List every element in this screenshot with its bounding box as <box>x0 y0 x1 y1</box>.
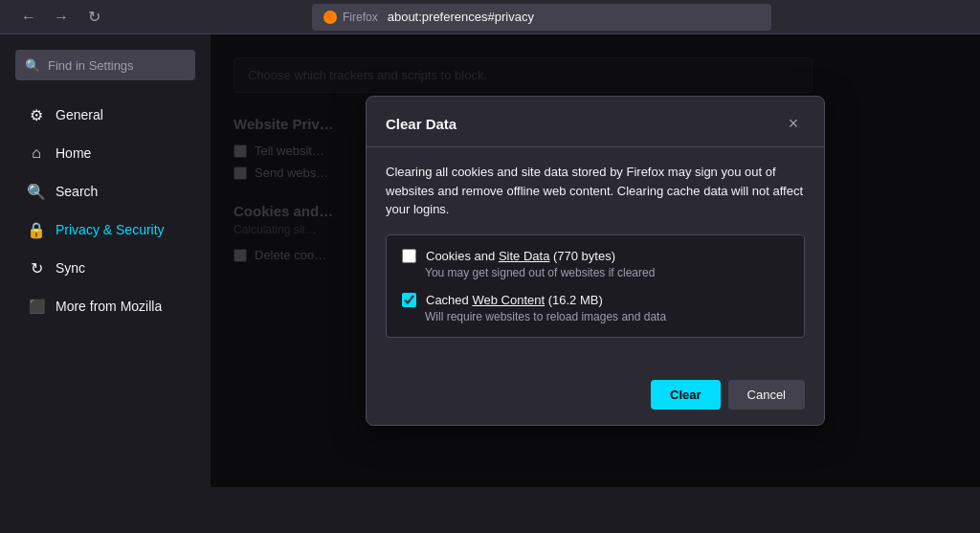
modal-body: Clearing all cookies and site data store… <box>367 147 824 368</box>
modal-footer: Clear Cancel <box>367 368 824 425</box>
sidebar-item-label-home: Home <box>56 145 91 161</box>
cookies-option-sub: You may get signed out of websites if cl… <box>425 266 789 279</box>
cache-checkbox[interactable] <box>402 293 416 307</box>
sidebar-item-privacy[interactable]: 🔒 Privacy & Security <box>8 211 203 249</box>
sidebar-item-label-general: General <box>56 107 103 122</box>
modal-header: Clear Data × <box>367 97 824 147</box>
clear-data-modal: Clear Data × Clearing all cookies and si… <box>366 96 825 426</box>
sidebar-item-general[interactable]: ⚙ General <box>8 96 203 134</box>
cache-option: Cached Web Content (16.2 MB) Will requir… <box>402 293 789 323</box>
sync-icon: ↻ <box>27 258 46 278</box>
refresh-button[interactable]: ↻ <box>80 4 107 31</box>
cookies-option-row: Cookies and Site Data (770 bytes) <box>402 249 789 263</box>
sidebar-item-sync[interactable]: ↻ Sync <box>8 249 203 287</box>
sidebar-item-label-more: More from Mozilla <box>56 299 162 314</box>
cookies-checkbox[interactable] <box>402 249 416 263</box>
address-bar-text[interactable]: about:preferences#privacy <box>388 10 534 24</box>
lock-icon: 🔒 <box>27 220 46 239</box>
modal-close-button[interactable]: × <box>782 112 805 135</box>
cache-option-row: Cached Web Content (16.2 MB) <box>402 293 789 307</box>
sidebar-nav: ⚙ General ⌂ Home 🔍 Search 🔒 Privacy & Se… <box>0 96 211 325</box>
modal-overlay: Clear Data × Clearing all cookies and si… <box>211 34 980 487</box>
modal-description: Clearing all cookies and site data store… <box>386 163 805 219</box>
sidebar-item-more[interactable]: ⬛ More from Mozilla <box>8 287 203 325</box>
modal-options-box: Cookies and Site Data (770 bytes) You ma… <box>386 234 805 338</box>
nav-buttons: ← → ↻ <box>15 4 107 31</box>
sidebar-item-label-search: Search <box>56 184 98 199</box>
content-area: Choose which trackers and scripts to blo… <box>211 34 980 487</box>
search-icon: 🔍 <box>25 58 40 73</box>
forward-button[interactable]: → <box>48 4 75 31</box>
back-button[interactable]: ← <box>15 4 42 31</box>
cancel-button[interactable]: Cancel <box>728 380 805 410</box>
home-icon: ⌂ <box>27 144 46 163</box>
mozilla-icon: ⬛ <box>27 297 46 316</box>
sidebar-item-home[interactable]: ⌂ Home <box>8 134 203 172</box>
find-in-settings-wrapper: 🔍 <box>15 50 195 80</box>
sidebar-item-label-sync: Sync <box>56 260 85 276</box>
find-in-settings-input[interactable] <box>48 58 186 73</box>
cache-option-label: Cached Web Content (16.2 MB) <box>426 293 603 307</box>
cookies-option: Cookies and Site Data (770 bytes) You ma… <box>402 249 789 279</box>
find-input-box: 🔍 <box>15 50 195 80</box>
cookies-option-label: Cookies and Site Data (770 bytes) <box>426 249 615 263</box>
general-icon: ⚙ <box>27 105 46 124</box>
sidebar: 🔍 ⚙ General ⌂ Home 🔍 Search 🔒 Privacy & … <box>0 34 211 487</box>
browser-tab-label: Firefox <box>343 11 378 24</box>
sidebar-item-search[interactable]: 🔍 Search <box>8 172 203 211</box>
modal-title: Clear Data <box>386 116 457 132</box>
browser-nav-bar: ← → ↻ Firefox about:preferences#privacy <box>0 0 980 34</box>
cache-option-sub: Will require websites to reload images a… <box>425 310 789 323</box>
firefox-tab-logo: Firefox about:preferences#privacy <box>323 10 534 24</box>
search-nav-icon: 🔍 <box>27 182 46 201</box>
main-layout: 🔍 ⚙ General ⌂ Home 🔍 Search 🔒 Privacy & … <box>0 34 980 487</box>
sidebar-item-label-privacy: Privacy & Security <box>56 222 165 237</box>
clear-button[interactable]: Clear <box>651 380 721 410</box>
